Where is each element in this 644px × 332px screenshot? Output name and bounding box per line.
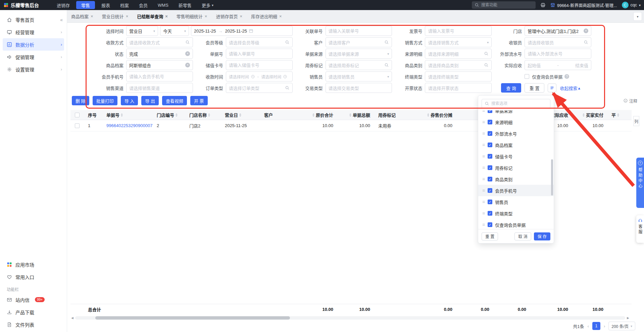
nav-menu-item-5[interactable]: WMS <box>153 0 174 10</box>
sidebar-item-main-2[interactable]: 数据分析› <box>3 38 64 51</box>
close-icon[interactable]: × <box>279 14 282 19</box>
page-size-select[interactable]: 200 条/页 ▾ <box>608 322 635 330</box>
next-page-icon[interactable]: › <box>604 324 605 329</box>
sidebar-item-tool-2[interactable]: 文件列表 <box>0 318 67 331</box>
cell-bill_no[interactable]: 9966402253290900007 <box>102 120 153 131</box>
filter-product-category-field[interactable]: 请选择商品类别 <box>425 60 492 70</box>
column-header-bill_total[interactable]: 单据总额 <box>337 110 374 120</box>
filter-terminal-type-field[interactable]: 请选择终端类型 <box>425 71 492 81</box>
drag-handle-icon[interactable]: ≡ <box>482 199 485 205</box>
column-header-col_p[interactable]: 平 <box>607 110 632 120</box>
drag-handle-icon[interactable]: ≡ <box>482 222 485 227</box>
drag-handle-icon[interactable]: ≡ <box>482 131 485 136</box>
sort-icon[interactable] <box>121 113 123 117</box>
drag-handle-icon[interactable]: ≡ <box>482 119 485 125</box>
filter-trade-type-field[interactable]: 请选择交易类型 <box>326 83 392 93</box>
nav-menu-item-7[interactable]: 更多▾ <box>197 0 218 10</box>
query-button[interactable]: 查 询 <box>501 83 521 93</box>
close-icon[interactable]: × <box>91 14 93 19</box>
filter-pay-method-field[interactable]: 请选择收款方式 <box>126 37 193 47</box>
note-toggle[interactable]: 注释 <box>623 98 637 104</box>
clear-icon[interactable]: × <box>185 63 190 67</box>
filter-pay-time-field[interactable]: 请选择时间-请选择时间 <box>226 71 293 81</box>
sort-icon[interactable] <box>176 113 178 117</box>
horizontal-scrollbar[interactable]: ◀ ▶ <box>71 316 629 320</box>
drag-handle-icon[interactable]: ≡ <box>482 165 485 170</box>
filter-customer-field[interactable]: 请选择客户 <box>326 37 392 47</box>
close-icon[interactable]: × <box>165 14 168 19</box>
nav-menu-item-0[interactable]: 进销存 <box>52 0 75 10</box>
toolbar-invoice-button[interactable]: 开 票 <box>190 96 208 105</box>
picker-save-button[interactable]: 保 存 <box>534 232 550 240</box>
filter-receivable-range-field[interactable]: 起始值-结束值 <box>525 60 591 70</box>
member-only-checkbox[interactable] <box>525 74 529 79</box>
sidebar-item-tool-1[interactable]: 产品下载 <box>0 306 67 318</box>
tab-1[interactable]: 营业日统计× <box>102 13 129 19</box>
column-header-orig_total[interactable]: 原价合计 <box>304 110 337 120</box>
close-icon[interactable]: × <box>240 14 242 19</box>
filter-stored-card-input[interactable] <box>229 63 290 68</box>
picker-checkbox[interactable]: ✓ <box>488 165 492 170</box>
drag-handle-icon[interactable]: ≡ <box>482 188 485 193</box>
store-selector[interactable]: 99664-新界面商超版测试-管理... <box>550 2 617 8</box>
filter-status-field[interactable]: 完成× <box>126 49 193 59</box>
picker-cancel-button[interactable]: 取 消 <box>514 232 531 240</box>
tab-3[interactable]: 零售明细统计× <box>177 13 207 19</box>
toolbar-batch-print-button[interactable]: 批量打印 <box>93 96 117 105</box>
scroll-right-icon[interactable]: ▶ <box>627 316 629 320</box>
global-search-input[interactable] <box>481 3 533 7</box>
picker-item-1[interactable]: ≡✓来源明细 <box>478 116 554 128</box>
filter-member-level-field[interactable]: 请选择会员等级 <box>226 37 293 47</box>
nav-menu-item-6[interactable]: 新零售 <box>174 0 197 10</box>
picker-item-3[interactable]: ≡✓商品档案 <box>478 139 554 151</box>
printer-icon[interactable] <box>540 2 546 8</box>
picker-checkbox[interactable]: ✓ <box>488 120 492 124</box>
user-menu[interactable]: C cqc ▾ <box>622 2 641 8</box>
time-preset-select[interactable]: 今天▾ <box>160 26 189 36</box>
picker-item-9[interactable]: ≡✓终端类型 <box>478 208 554 219</box>
scroll-left-icon[interactable]: ◀ <box>71 316 73 320</box>
filter-sale-channel-field[interactable]: 请选择销售渠道 <box>126 83 193 93</box>
app-logo[interactable]: 乐檬零售后台 <box>3 2 39 8</box>
filter-source-detail-field[interactable]: 请选择来源明细 <box>425 49 492 59</box>
sort-icon[interactable] <box>427 113 429 117</box>
sort-icon[interactable] <box>349 113 351 117</box>
picker-item-2[interactable]: ≡✓外部流水号 <box>478 128 554 139</box>
scrollbar-thumb[interactable] <box>95 316 290 320</box>
sidebar-item-main-4[interactable]: 设置管理› <box>0 63 67 75</box>
close-icon[interactable]: × <box>126 14 129 19</box>
prev-page-icon[interactable]: ‹ <box>588 324 589 329</box>
tab-4[interactable]: 进销存首页× <box>216 13 242 19</box>
customer-service-rail[interactable]: 客服 <box>636 215 644 243</box>
drag-handle-icon[interactable]: ≡ <box>482 142 485 148</box>
picker-scrollbar[interactable] <box>551 159 553 196</box>
picker-search-input[interactable] <box>491 101 547 106</box>
column-header-biz_date[interactable]: 营业日 <box>221 110 260 120</box>
column-header-bill_no[interactable]: 单据号 <box>102 110 153 120</box>
sidebar-item-main-3[interactable]: 促销管理› <box>0 51 67 63</box>
filter-coupon-flag-field[interactable]: 请选择用券标记 <box>326 60 392 70</box>
sidebar-item-tool-0[interactable]: 站内信99+ <box>0 293 67 306</box>
select-all-checkbox[interactable] <box>70 110 84 120</box>
help-center-rail[interactable]: ? 帮助中心 <box>636 158 644 208</box>
tab-5[interactable]: 库存进出明细× <box>251 13 282 19</box>
picker-checkbox[interactable]: ✓ <box>488 177 492 181</box>
picker-checkbox[interactable]: ✓ <box>488 200 492 204</box>
filter-order-type-field[interactable]: 请选择订单类型 <box>226 83 293 93</box>
filter-stored-card-field[interactable] <box>226 60 293 70</box>
collapse-sidebar-icon[interactable]: « <box>60 17 62 22</box>
filter-sale-method-field[interactable]: 请选择销售方式▾ <box>425 37 492 47</box>
sidebar-item-main-1[interactable]: 经营管理› <box>0 26 67 38</box>
date-range-picker[interactable]: 2025-11-25→2025-11-25 <box>191 26 293 36</box>
filter-invoice-status-field[interactable]: 请选择开票状态 <box>425 83 492 93</box>
picker-item-7[interactable]: ≡✓会员手机号 <box>478 185 554 196</box>
filter-stores-field[interactable]: 管理中心,测试门店1,门店2× <box>525 26 591 36</box>
sort-icon[interactable] <box>239 113 241 117</box>
toolbar-export-button[interactable]: 导 出 <box>141 96 159 105</box>
picker-search[interactable] <box>482 99 550 108</box>
filter-salesman-field[interactable]: 请选择销售员▾ <box>326 71 392 81</box>
collapse-search-link[interactable]: 收起搜索▴ <box>560 85 580 91</box>
sort-icon[interactable] <box>583 113 585 117</box>
filter-invoice-no-input[interactable] <box>428 29 489 34</box>
clear-icon[interactable]: × <box>584 29 588 33</box>
